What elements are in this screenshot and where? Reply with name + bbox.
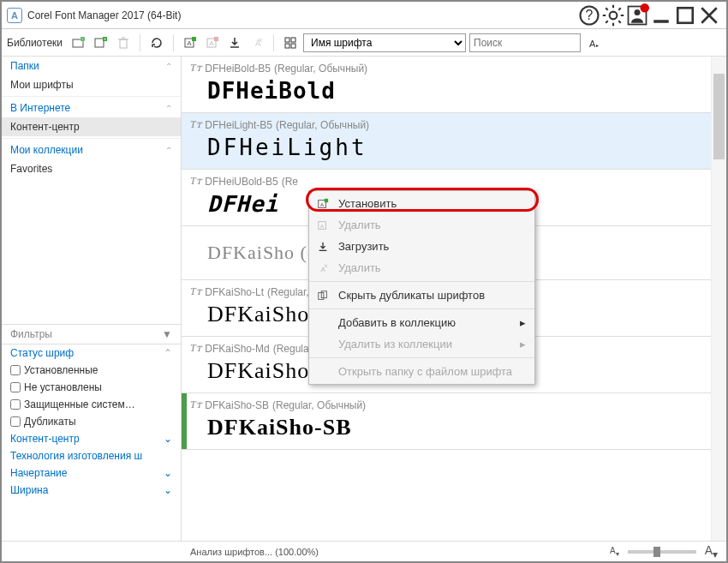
filter-status-header[interactable]: Статус шриф⌃ [2,344,181,362]
zoom-large-icon[interactable]: A▾ [705,543,718,560]
sidebar-item-favorites[interactable]: Favorites [2,159,181,178]
filter-icon: ▼ [162,328,172,340]
titlebar: A Corel Font Manager 2017 (64-Bit) ? [2,2,726,29]
add-collection-button[interactable]: + [92,33,110,52]
menu-delete-1: A Удалить [309,214,534,236]
search-input[interactable] [469,33,581,52]
svg-rect-37 [325,198,328,201]
filter-installed[interactable]: Установленные [2,362,181,379]
svg-rect-21 [192,37,196,41]
install-font-button[interactable]: A [181,33,200,52]
maximize-button[interactable] [673,6,697,25]
refresh-button[interactable] [147,33,166,52]
svg-text:+: + [81,36,84,41]
app-icon: A [7,8,22,23]
folders-header[interactable]: Папки⌃ [2,57,181,75]
svg-rect-30 [291,38,295,42]
truetype-icon: Tᴛ [190,342,201,355]
context-menu: A Установить A Удалить Загрузить A Удали… [308,190,535,385]
truetype-icon: Tᴛ [190,175,201,188]
scrollbar[interactable] [711,57,726,541]
font-preview: DFHeiLight [190,135,726,160]
account-button[interactable] [625,6,649,25]
font-row[interactable]: Tᴛ DFHeiLight-B5 (Regular, Обычный) DFHe… [182,113,726,170]
svg-rect-32 [291,44,295,48]
sort-dropdown[interactable]: Имя шрифта [303,33,466,52]
font-row[interactable]: Tᴛ DFKaiSho-SB (Regular, Обычный) DFKaiS… [182,393,726,450]
font-size-button[interactable]: A▸ [584,33,603,52]
menu-open-folder: Открыть папку с файлом шрифта [309,361,534,382]
delete-font-button[interactable]: A [248,33,266,52]
delete-library-button[interactable] [114,33,133,52]
svg-text:+: + [104,36,106,41]
view-mode-button[interactable] [281,33,300,52]
filter-content-center[interactable]: Контент-центр⌄ [2,430,181,447]
sidebar: Папки⌃ Мои шрифты В Интернете⌃ Контент-ц… [2,57,182,541]
uninstall-icon: A [316,219,330,232]
svg-rect-29 [285,38,289,42]
filter-style[interactable]: Начертание⌄ [2,464,181,482]
svg-rect-13 [95,39,104,47]
filter-width[interactable]: Ширина⌄ [2,482,181,499]
truetype-icon: Tᴛ [190,398,201,411]
svg-rect-24 [214,37,218,41]
zoom-slider[interactable] [628,550,696,554]
minimize-button[interactable] [649,6,673,25]
add-folder-button[interactable]: + [69,33,88,52]
delete-icon: A [316,261,330,275]
truetype-icon: Tᴛ [190,285,201,298]
sidebar-item-my-fonts[interactable]: Мои шрифты [2,75,181,94]
help-button[interactable]: ? [577,6,601,25]
installed-indicator [182,393,187,449]
svg-text:A: A [320,222,325,228]
svg-point-5 [641,3,650,13]
svg-text:A: A [187,39,192,47]
menu-hide-duplicates[interactable]: Скрыть дубликаты шрифтов [309,284,534,306]
collections-header[interactable]: Мои коллекции⌃ [2,141,181,159]
submenu-arrow-icon: ▸ [520,316,526,329]
filter-technology[interactable]: Технология изготовления ш [2,447,181,464]
svg-point-4 [635,9,641,15]
font-preview: DFKaiSho-SB [190,415,726,440]
uninstall-font-button[interactable]: A [203,33,222,52]
status-text: Анализ шрифтов... (100.00%) [190,547,319,557]
sidebar-item-content-center[interactable]: Контент-центр [2,117,181,136]
menu-install[interactable]: A Установить [309,193,534,214]
download-font-button[interactable] [225,33,244,52]
menu-download[interactable]: Загрузить [309,236,534,257]
svg-rect-16 [120,39,127,48]
svg-text:A: A [589,39,596,49]
svg-rect-31 [285,44,289,48]
statusbar: Анализ шрифтов... (100.00%) A▾ A▾ [2,541,726,561]
font-preview: DFHeiBold [190,78,726,104]
menu-remove-from-collection: Удалить из коллекции▸ [309,333,534,355]
close-button[interactable] [697,6,721,25]
svg-text:A: A [209,39,214,47]
filter-not-installed[interactable]: Не установлены [2,379,181,396]
truetype-icon: Tᴛ [190,118,201,131]
svg-text:A: A [320,201,325,207]
libraries-label: Библиотеки [7,37,63,49]
svg-text:▸: ▸ [596,43,599,48]
filter-duplicates[interactable]: Дубликаты [2,413,181,430]
filter-protected-system[interactable]: Защищенные систем… [2,396,181,413]
svg-point-2 [610,11,618,19]
submenu-arrow-icon: ▸ [520,338,526,350]
settings-button[interactable] [601,6,625,25]
toolbar: Библиотеки + + A A A Имя шрифта A▸ [2,29,726,57]
zoom-small-icon[interactable]: A▾ [610,546,619,558]
filters-header[interactable]: Фильтры▼ [2,324,181,344]
internet-header[interactable]: В Интернете⌃ [2,99,181,117]
svg-rect-7 [677,8,693,23]
window-title: Corel Font Manager 2017 (64-Bit) [27,9,577,21]
menu-delete-2: A Удалить [309,257,534,279]
svg-text:?: ? [586,8,594,22]
download-icon [316,240,330,254]
truetype-icon: Tᴛ [190,62,201,75]
font-row[interactable]: Tᴛ DFHeiBold-B5 (Regular, Обычный) DFHei… [182,57,726,113]
duplicates-icon [316,289,330,302]
install-icon: A [316,197,330,211]
menu-add-to-collection[interactable]: Добавить в коллекцию▸ [309,312,534,333]
